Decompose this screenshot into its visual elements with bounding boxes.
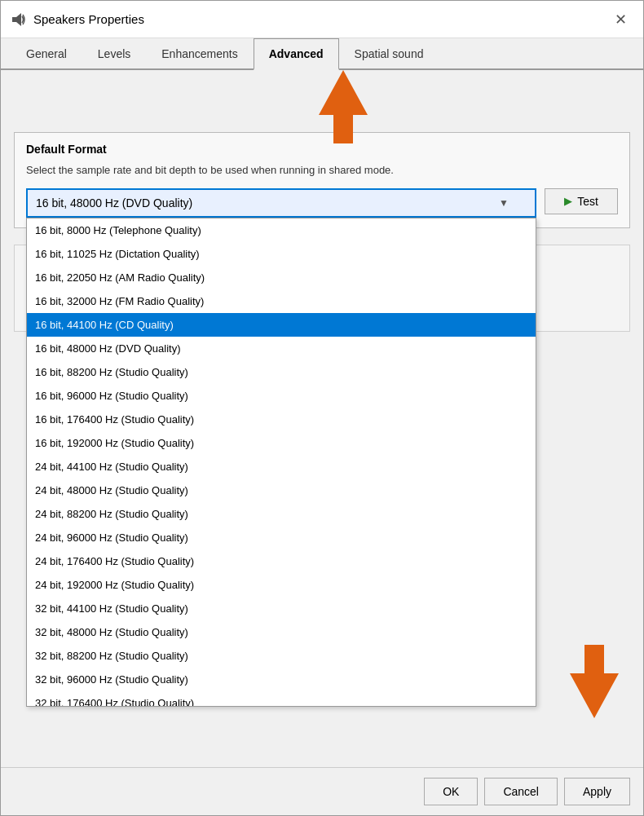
dropdown-item[interactable]: 24 bit, 88200 Hz (Studio Quality) [27, 502, 536, 526]
dropdown-item[interactable]: 16 bit, 48000 Hz (DVD Quality) [27, 337, 536, 360]
tab-general[interactable]: General [11, 38, 82, 70]
dropdown-item[interactable]: 16 bit, 22050 Hz (AM Radio Quality) [27, 266, 536, 289]
dropdown-item[interactable]: 16 bit, 44100 Hz (CD Quality) [27, 313, 536, 337]
dropdown-item[interactable]: 24 bit, 48000 Hz (Studio Quality) [27, 479, 536, 502]
window-title: Speakers Properties [33, 12, 144, 26]
speaker-icon [11, 11, 27, 28]
bottom-buttons: OK Cancel Apply [1, 767, 643, 815]
dropdown-item[interactable]: 16 bit, 176400 Hz (Studio Quality) [27, 408, 536, 431]
format-dropdown-list[interactable]: 16 bit, 8000 Hz (Telephone Quality)16 bi… [26, 218, 536, 707]
dropdown-item[interactable]: 32 bit, 88200 Hz (Studio Quality) [27, 644, 536, 668]
test-button-label: Test [577, 195, 598, 208]
default-format-description: Select the sample rate and bit depth to … [26, 162, 618, 179]
dropdown-item[interactable]: 16 bit, 192000 Hz (Studio Quality) [27, 431, 536, 455]
dropdown-item[interactable]: 16 bit, 96000 Hz (Studio Quality) [27, 384, 536, 408]
arrow-down-annotation [562, 645, 627, 718]
cancel-button[interactable]: Cancel [484, 778, 558, 805]
dropdown-item[interactable]: 32 bit, 48000 Hz (Studio Quality) [27, 620, 536, 644]
tab-spatial-sound[interactable]: Spatial sound [339, 38, 439, 70]
play-icon: ▶ [564, 195, 572, 207]
default-format-title: Default Format [26, 143, 618, 156]
dropdown-item[interactable]: 16 bit, 32000 Hz (FM Radio Quality) [27, 289, 536, 313]
selected-format-label: 16 bit, 48000 Hz (DVD Quality) [36, 196, 192, 210]
dropdown-item[interactable]: 16 bit, 8000 Hz (Telephone Quality) [27, 218, 536, 242]
tabs-bar: General Levels Enhancements Advanced Spa… [1, 38, 643, 70]
dropdown-item[interactable]: 24 bit, 176400 Hz (Studio Quality) [27, 549, 536, 573]
svg-rect-0 [12, 17, 16, 22]
default-format-section: Default Format Select the sample rate an… [14, 132, 630, 228]
tab-enhancements[interactable]: Enhancements [146, 38, 253, 70]
tab-advanced[interactable]: Advanced [254, 38, 339, 70]
dropdown-arrow-icon: ▼ [499, 197, 509, 209]
dropdown-item[interactable]: 32 bit, 44100 Hz (Studio Quality) [27, 597, 536, 620]
test-button[interactable]: ▶ Test [545, 188, 618, 214]
svg-marker-1 [16, 13, 21, 26]
apply-button[interactable]: Apply [564, 778, 630, 805]
format-dropdown-selected[interactable]: 16 bit, 48000 Hz (DVD Quality) ▼ [26, 188, 536, 218]
dropdown-item[interactable]: 16 bit, 11025 Hz (Dictation Quality) [27, 242, 536, 266]
title-bar-left: Speakers Properties [11, 11, 144, 28]
format-row: 16 bit, 48000 Hz (DVD Quality) ▼ 16 bit,… [26, 188, 618, 218]
dropdown-item[interactable]: 24 bit, 192000 Hz (Studio Quality) [27, 573, 536, 597]
content-area: tecn Default Format Select the sample ra… [1, 70, 643, 767]
svg-marker-3 [570, 645, 619, 718]
close-button[interactable]: ✕ [607, 7, 633, 33]
dropdown-item[interactable]: 24 bit, 44100 Hz (Studio Quality) [27, 455, 536, 479]
format-dropdown-container: 16 bit, 48000 Hz (DVD Quality) ▼ 16 bit,… [26, 188, 536, 218]
dropdown-item[interactable]: 24 bit, 96000 Hz (Studio Quality) [27, 526, 536, 549]
tab-levels[interactable]: Levels [82, 38, 146, 70]
dropdown-item[interactable]: 32 bit, 176400 Hz (Studio Quality) [27, 691, 536, 707]
dropdown-item[interactable]: 16 bit, 88200 Hz (Studio Quality) [27, 360, 536, 384]
speakers-properties-window: Speakers Properties ✕ General Levels Enh… [0, 0, 644, 816]
dropdown-item[interactable]: 32 bit, 96000 Hz (Studio Quality) [27, 668, 536, 691]
title-bar: Speakers Properties ✕ [1, 1, 643, 38]
ok-button[interactable]: OK [424, 778, 478, 805]
